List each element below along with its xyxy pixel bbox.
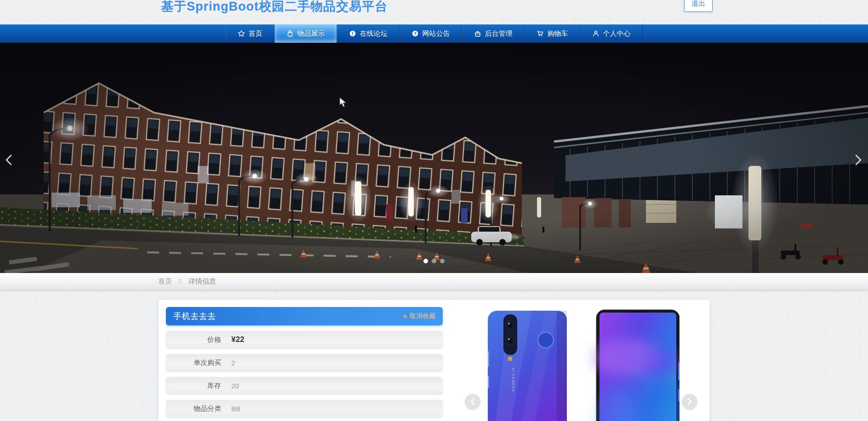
product-image: AI CAMERA — [488, 307, 680, 421]
nav-item-label: 后台管理 — [485, 29, 513, 38]
star-icon — [238, 30, 245, 37]
main-nav: 首页 物品展示 在线论坛 ? 网站公告 后台管理 购物车 个人中心 — [0, 24, 868, 43]
nav-item-label: 购物车 — [548, 29, 568, 38]
product-field-row: 单次购买 2 — [166, 354, 443, 371]
main-content: 手机去去去 ★ 取消收藏 价格 ¥22 单次购买 2 库存 20 物品分类 BB — [0, 290, 868, 421]
star-icon: ★ — [402, 313, 408, 320]
image-prev-button[interactable] — [465, 394, 480, 410]
product-title-bar: 手机去去去 ★ 取消收藏 — [166, 307, 443, 325]
product-field-row: 库存 20 — [166, 377, 443, 394]
field-value-per-purchase: 2 — [231, 359, 235, 367]
user-icon — [592, 30, 600, 37]
breadcrumb-item-home[interactable]: 首页 — [158, 277, 172, 286]
hero-prev-arrow[interactable] — [3, 152, 15, 168]
cart-icon — [537, 30, 544, 37]
product-name: 手机去去去 — [173, 311, 216, 322]
nav-item-label: 物品展示 — [297, 29, 325, 38]
image-next-button[interactable] — [682, 394, 697, 410]
hero-dot-2[interactable] — [432, 259, 436, 263]
product-field-row: 价格 ¥22 — [166, 331, 443, 348]
nav-item-label: 个人中心 — [603, 29, 631, 38]
nav-item-cart[interactable]: 购物车 — [525, 24, 580, 43]
svg-text:AI CAMERA: AI CAMERA — [511, 368, 515, 392]
question-circle-icon: ? — [411, 30, 419, 37]
site-header: 基于SpringBoot校园二手物品交易平台 退出 — [0, 0, 868, 24]
field-value-price: ¥22 — [231, 335, 244, 344]
svg-text:?: ? — [414, 31, 417, 36]
field-label-per-purchase: 单次购买 — [166, 358, 221, 367]
hero-next-arrow[interactable] — [852, 152, 864, 168]
product-detail-card: 手机去去去 ★ 取消收藏 价格 ¥22 单次购买 2 库存 20 物品分类 BB — [159, 300, 709, 421]
unfavorite-button[interactable]: ★ 取消收藏 — [402, 312, 435, 320]
campus-night-photo — [0, 43, 868, 273]
info-circle-icon — [349, 30, 356, 37]
product-field-row: 物品分类 BB — [166, 400, 443, 417]
nav-item-forum[interactable]: 在线论坛 — [337, 24, 400, 43]
breadcrumb-separator-icon — [177, 279, 183, 284]
hero-dot-indicators — [0, 259, 868, 263]
nav-item-label: 网站公告 — [423, 29, 450, 38]
logout-button[interactable]: 退出 — [684, 0, 713, 12]
page-title: 基于SpringBoot校园二手物品交易平台 — [161, 0, 388, 15]
hero-dot-3[interactable] — [440, 259, 445, 263]
nav-item-notice[interactable]: ? 网站公告 — [400, 24, 462, 43]
nav-item-label: 在线论坛 — [360, 29, 388, 38]
breadcrumb-band: 首页 详情信息 — [0, 273, 868, 290]
hero-carousel — [0, 43, 868, 273]
nav-item-profile[interactable]: 个人中心 — [580, 24, 643, 43]
field-value-stock: 20 — [231, 382, 239, 390]
breadcrumb-item-current: 详情信息 — [188, 277, 216, 286]
field-label-price: 价格 — [166, 336, 221, 344]
hero-dot-1[interactable] — [423, 259, 428, 263]
nav-item-goods[interactable]: 物品展示 — [274, 24, 337, 43]
nav-item-admin[interactable]: 后台管理 — [462, 24, 525, 43]
admin-box-icon — [474, 30, 481, 37]
field-label-stock: 库存 — [166, 381, 221, 390]
field-value-category: BB — [231, 405, 240, 413]
nav-item-home[interactable]: 首页 — [226, 24, 274, 43]
breadcrumb: 首页 详情信息 — [158, 273, 710, 290]
field-label-category: 物品分类 — [166, 404, 221, 413]
nav-item-label: 首页 — [249, 29, 263, 38]
goods-bag-icon — [286, 30, 294, 37]
